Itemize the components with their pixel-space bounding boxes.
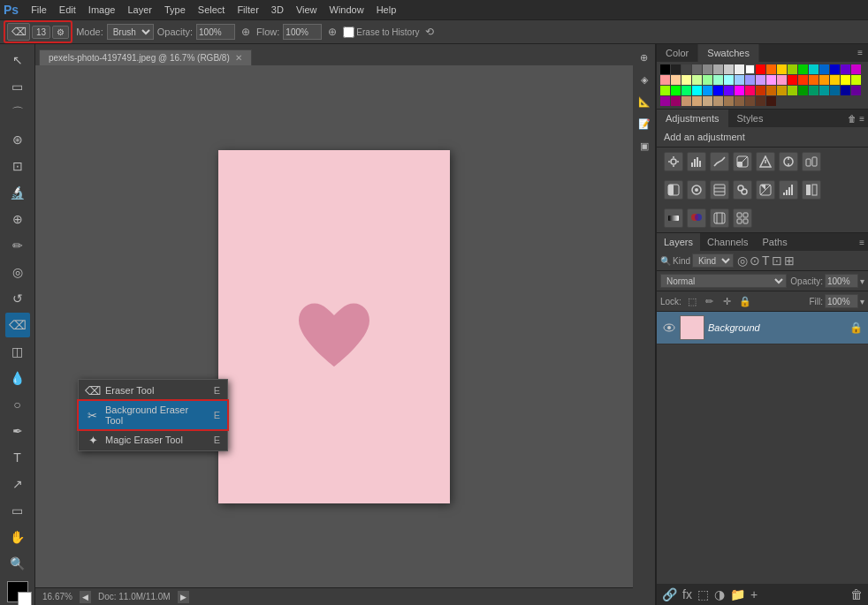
- adj-selectivecolor[interactable]: [687, 208, 706, 228]
- magic-eraser-option[interactable]: ✦ Magic Eraser Tool E: [79, 429, 227, 450]
- foreground-color[interactable]: [7, 581, 28, 602]
- tab-styles[interactable]: Styles: [728, 110, 773, 127]
- shape-tool[interactable]: ▭: [5, 498, 30, 523]
- swatch[interactable]: [788, 86, 797, 95]
- move-tool[interactable]: ↖: [5, 48, 30, 72]
- swatch[interactable]: [809, 86, 819, 95]
- adj-posterize[interactable]: [779, 180, 798, 200]
- swatch[interactable]: [671, 64, 681, 74]
- swatch[interactable]: [756, 96, 765, 106]
- swatch[interactable]: [819, 86, 829, 95]
- swatch[interactable]: [841, 64, 850, 74]
- tab-adjustments[interactable]: Adjustments: [657, 110, 728, 127]
- menu-layer[interactable]: Layer: [122, 3, 157, 17]
- new-layer-btn[interactable]: +: [750, 587, 758, 601]
- swatch[interactable]: [660, 86, 670, 95]
- swatch[interactable]: [724, 96, 734, 106]
- marquee-tool[interactable]: ▭: [5, 74, 30, 99]
- swatch[interactable]: [766, 64, 776, 74]
- swatch[interactable]: [830, 86, 840, 95]
- lock-position-icon[interactable]: ✛: [720, 294, 735, 308]
- gradient-tool[interactable]: ◫: [5, 339, 30, 364]
- dodge-tool[interactable]: ○: [5, 392, 30, 417]
- adj-vibrance[interactable]: [756, 152, 775, 171]
- canvas-view[interactable]: ⌫ Eraser Tool E ✂ Background Eraser Tool…: [35, 65, 633, 587]
- swatch[interactable]: [798, 86, 808, 95]
- swatch[interactable]: [788, 64, 797, 74]
- erase-to-history-label[interactable]: Erase to History: [343, 26, 419, 38]
- lock-all-icon[interactable]: 🔒: [738, 294, 752, 308]
- spot-heal-tool[interactable]: ⊕: [5, 207, 30, 231]
- swatch[interactable]: [692, 86, 702, 95]
- erase-to-history-checkbox[interactable]: [343, 26, 354, 38]
- swatch[interactable]: [692, 64, 702, 74]
- crop-tool[interactable]: ⊡: [5, 154, 30, 178]
- brush-tool[interactable]: ✏: [5, 233, 30, 258]
- adj-levels[interactable]: [687, 152, 706, 171]
- swatch[interactable]: [841, 75, 850, 85]
- adj-trash-icon[interactable]: 🗑: [848, 114, 857, 124]
- tab-paths[interactable]: Paths: [756, 233, 795, 251]
- history-brush-tool[interactable]: ↺: [5, 286, 30, 311]
- swatch[interactable]: [809, 75, 819, 85]
- filter-icon-3[interactable]: T: [762, 253, 770, 268]
- swatch[interactable]: [681, 75, 691, 85]
- swatch[interactable]: [692, 75, 702, 85]
- lock-image-icon[interactable]: ✏: [703, 294, 717, 308]
- clone-tool[interactable]: ◎: [5, 260, 30, 284]
- path-select-tool[interactable]: ↗: [5, 472, 30, 496]
- fill-dropdown-arrow[interactable]: ▾: [860, 297, 864, 306]
- swatch[interactable]: [703, 86, 712, 95]
- swatch[interactable]: [681, 64, 691, 74]
- swatch[interactable]: [841, 86, 850, 95]
- swatch[interactable]: [671, 75, 681, 85]
- adj-channelmixer[interactable]: [710, 180, 729, 200]
- swatch[interactable]: [713, 64, 723, 74]
- swatch[interactable]: [851, 64, 861, 74]
- tab-swatches[interactable]: Swatches: [698, 44, 759, 62]
- swatch[interactable]: [756, 64, 765, 74]
- menu-filter[interactable]: Filter: [232, 3, 263, 17]
- layer-visibility-eye[interactable]: [662, 321, 676, 335]
- adj-exposure[interactable]: [733, 152, 752, 171]
- swatch[interactable]: [660, 75, 670, 85]
- filter-icon-5[interactable]: ⊞: [784, 253, 795, 268]
- right-tool-5[interactable]: ▣: [635, 136, 654, 155]
- hand-tool[interactable]: ✋: [5, 525, 30, 549]
- opacity-dropdown-arrow[interactable]: ▾: [860, 276, 864, 286]
- swatch[interactable]: [692, 96, 702, 106]
- status-nav-right[interactable]: ▶: [178, 591, 189, 603]
- swatch[interactable]: [703, 75, 712, 85]
- layers-opacity-input[interactable]: [825, 274, 858, 288]
- swatch[interactable]: [713, 75, 723, 85]
- type-tool[interactable]: T: [5, 445, 30, 470]
- menu-select[interactable]: Select: [193, 3, 231, 17]
- fill-input[interactable]: [825, 294, 858, 308]
- tab-color[interactable]: Color: [657, 44, 698, 62]
- eraser-tool-btn[interactable]: ⌫: [7, 23, 30, 41]
- delete-layer-btn[interactable]: 🗑: [850, 587, 863, 601]
- eraser-left-tool[interactable]: ⌫: [5, 313, 30, 337]
- swatch[interactable]: [851, 86, 861, 95]
- tab-close[interactable]: ✕: [235, 53, 242, 63]
- pen-tool[interactable]: ✒: [5, 419, 30, 443]
- color-panel-menu[interactable]: ≡: [852, 44, 868, 62]
- filter-icon-2[interactable]: ⊙: [750, 253, 760, 268]
- tab-channels[interactable]: Channels: [700, 233, 755, 251]
- swatch[interactable]: [756, 86, 765, 95]
- menu-3d[interactable]: 3D: [266, 3, 289, 17]
- swatch[interactable]: [766, 86, 776, 95]
- menu-view[interactable]: View: [291, 3, 323, 17]
- adj-threshold[interactable]: [802, 180, 821, 200]
- brush-options-btn[interactable]: ⚙: [52, 26, 69, 39]
- swatch[interactable]: [724, 86, 734, 95]
- right-tool-4[interactable]: 📝: [635, 114, 654, 133]
- swatch[interactable]: [798, 64, 808, 74]
- adj-menu-icon[interactable]: ≡: [859, 114, 864, 124]
- layers-kind-select[interactable]: Kind: [692, 253, 734, 268]
- lock-pixels-icon[interactable]: ⬚: [685, 294, 699, 308]
- swatch[interactable]: [777, 64, 787, 74]
- swatch[interactable]: [756, 75, 765, 85]
- swatch[interactable]: [819, 64, 829, 74]
- adj-extra[interactable]: [733, 208, 752, 228]
